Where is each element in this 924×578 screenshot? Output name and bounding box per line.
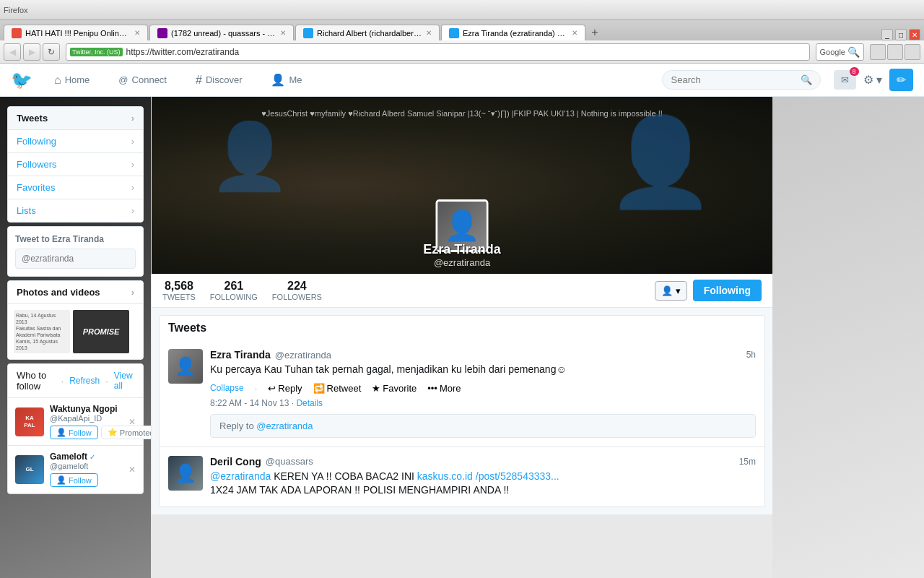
gameloft-avatar: GL <box>15 455 44 484</box>
nav-action-icons: ✉ 8 ⚙ ▾ ✏ <box>834 69 913 91</box>
following-button[interactable]: Following <box>693 280 762 301</box>
profile-bio: ♥JesusChrist ♥myfamily ♥Richard Alberd S… <box>152 108 772 120</box>
tab-1-close[interactable]: ✕ <box>134 29 140 37</box>
settings-button[interactable]: ⚙ ▾ <box>860 69 886 90</box>
lists-chevron-icon: › <box>131 205 134 216</box>
nav-connect[interactable]: @ Connect <box>111 71 174 89</box>
tab-1[interactable]: HATI HATI !!! Penipu Online dr Kasku... … <box>4 25 148 40</box>
refresh-link[interactable]: Refresh <box>69 376 100 386</box>
more-button[interactable]: ••• More <box>427 383 461 394</box>
nav-home-label: Home <box>65 74 90 85</box>
profile-name: Ezra Tiranda <box>152 242 772 257</box>
maximize-button[interactable]: □ <box>895 29 907 40</box>
security-indicator: Twitter, Inc. (US) <box>70 48 123 56</box>
tweets-count: 8,568 <box>162 280 196 293</box>
tab-3-title: Richard Albert (richardalberd) on Twi... <box>317 29 422 38</box>
profile-handle: @ezratiranda <box>152 257 772 268</box>
close-button[interactable]: ✕ <box>909 29 920 40</box>
tweet-details-link[interactable]: Details <box>296 398 323 408</box>
wtf-actions-1: 👤 Follow ⭐ Promoted <box>50 426 123 439</box>
follow-button-2[interactable]: 👤 Follow <box>50 473 98 487</box>
address-bar[interactable]: Twitter, Inc. (US) https://twitter.com/e… <box>66 43 810 61</box>
wtf-suggestion-1: KAPAL Waktunya Ngopi @KapalApi_ID 👤 Foll… <box>8 398 143 446</box>
sidebar-item-favorites[interactable]: Favorites › <box>8 176 143 199</box>
sidebar-item-following[interactable]: Following › <box>8 130 143 153</box>
nav-bar: ◀ ▶ ↻ Twitter, Inc. (US) https://twitter… <box>0 40 924 64</box>
dismiss-suggestion-2[interactable]: ✕ <box>128 465 136 475</box>
addon-2[interactable] <box>887 44 903 60</box>
tab-3[interactable]: Richard Albert (richardalberd) on Twi...… <box>295 25 440 40</box>
sidebar-item-followers[interactable]: Followers › <box>8 153 143 176</box>
collapse-button[interactable]: Collapse <box>210 383 244 393</box>
photos-chevron-icon: › <box>131 287 134 298</box>
tweet-1-author-line: Ezra Tiranda @ezratiranda 5h <box>210 349 756 361</box>
wtf-actions-2: 👤 Follow <box>50 473 123 487</box>
tweet-2-author-line: Deril Cong @quassars 15m <box>210 456 756 467</box>
promoted-button-1[interactable]: ⭐ Promoted <box>101 426 152 439</box>
follow-label-2: Follow <box>69 476 92 485</box>
retweet-label: Retweet <box>327 383 362 394</box>
tweet-1-avatar-img: 👤 <box>168 349 203 384</box>
discover-icon: # <box>196 74 202 87</box>
tab-4-title: Ezra Tiranda (ezratiranda) on Twitter <box>463 29 568 38</box>
follow-dropdown-button[interactable]: 👤 ▾ <box>655 281 687 301</box>
tab-4-favicon <box>449 28 459 38</box>
tab-3-close[interactable]: ✕ <box>426 29 432 37</box>
retweet-button[interactable]: 🔁 Retweet <box>313 383 362 394</box>
favorite-icon: ★ <box>372 383 380 394</box>
tab-4[interactable]: Ezra Tiranda (ezratiranda) on Twitter ✕ <box>441 25 585 40</box>
sidebar-item-lists[interactable]: Lists › <box>8 199 143 222</box>
twitter-topnav: 🐦 ⌂ Home @ Connect # Discover 👤 Me 🔍 ✉ 8… <box>0 64 924 97</box>
tweet-2-avatar: 👤 <box>168 456 203 491</box>
tab-3-favicon <box>303 28 313 38</box>
refresh-button[interactable]: ↻ <box>43 43 60 61</box>
tweet-1-author: Ezra Tiranda <box>210 349 271 361</box>
tweets-section-header: Tweets <box>159 315 765 340</box>
photo-thumb-1[interactable]: Rabu, 14 Agustus 2013 Fakultas Sastra da… <box>14 310 70 353</box>
reply-button[interactable]: ↩ Reply <box>268 383 302 394</box>
more-label: More <box>440 383 461 394</box>
kaskus-link[interactable]: kaskus.co.id /post/528543333... <box>417 470 559 482</box>
tab-2[interactable]: (1782 unread) - quassars - Yahoo Mail ✕ <box>149 25 294 40</box>
following-stat-label: FOLLOWING <box>210 293 258 301</box>
addon-1[interactable] <box>870 44 886 60</box>
tweet-2-body-text: KEREN YA !! COBA BACA2 INI <box>274 470 417 482</box>
search-input[interactable] <box>662 70 821 90</box>
dismiss-suggestion-1[interactable]: ✕ <box>128 417 136 427</box>
tweet-box-label: Tweet to Ezra Tiranda <box>15 234 136 244</box>
addon-3[interactable] <box>905 44 920 60</box>
follow-button-1[interactable]: 👤 Follow <box>50 426 98 439</box>
tab-2-title: (1782 unread) - quassars - Yahoo Mail <box>171 29 276 38</box>
sidebar-tweets-header: Tweets › <box>8 107 143 130</box>
browser-search-bar[interactable]: Google 🔍 <box>816 43 864 61</box>
tab-1-title: HATI HATI !!! Penipu Online dr Kasku... <box>25 29 131 38</box>
compose-button[interactable]: ✏ <box>889 69 913 91</box>
tweet-to-box: Tweet to Ezra Tiranda <box>7 226 144 277</box>
view-all-link[interactable]: View all <box>114 371 134 391</box>
photo-thumb-2[interactable]: PROMISE <box>73 310 129 353</box>
bg-person-right: 👤 <box>606 111 715 213</box>
profile-area: 👤 👤 ♥JesusChrist ♥myfamily ♥Richard Albe… <box>152 97 772 578</box>
back-button[interactable]: ◀ <box>4 43 21 61</box>
tweet-to-input[interactable] <box>15 249 136 269</box>
retweet-icon: 🔁 <box>313 383 325 394</box>
at-mention[interactable]: @ezratiranda <box>210 470 271 482</box>
followers-label: Followers <box>17 159 57 170</box>
tab-2-close[interactable]: ✕ <box>280 29 286 37</box>
mail-badge: 8 <box>850 67 859 76</box>
photos-header: Photos and videos › <box>8 281 143 304</box>
favorite-button[interactable]: ★ Favorite <box>372 383 417 394</box>
tab-4-close[interactable]: ✕ <box>572 29 578 37</box>
photos-section: Photos and videos › Rabu, 14 Agustus 201… <box>7 280 144 360</box>
nav-discover[interactable]: # Discover <box>188 70 249 90</box>
who-to-follow-header: Who to follow · Refresh · View all <box>8 364 143 398</box>
nav-me[interactable]: 👤 Me <box>263 69 309 90</box>
twitter-logo: 🐦 <box>11 70 32 90</box>
nav-home[interactable]: ⌂ Home <box>47 70 97 90</box>
window-controls: _ □ ✕ <box>881 29 920 40</box>
wtf-suggestion-2: GL Gameloft ✓ @gameloft 👤 Fol <box>8 446 143 493</box>
reply-input-box[interactable]: Reply to @ezratiranda <box>210 414 756 438</box>
minimize-button[interactable]: _ <box>881 29 893 40</box>
forward-button[interactable]: ▶ <box>23 43 40 61</box>
new-tab-button[interactable]: + <box>587 25 603 40</box>
